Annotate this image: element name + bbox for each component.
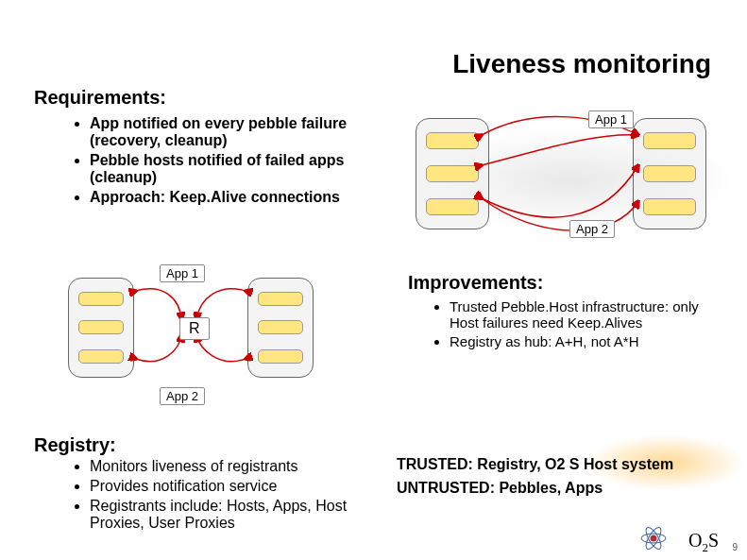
list-item: Pebble hosts notified of failed apps (cl… [90, 152, 373, 186]
list-item: Provides notification service [90, 478, 382, 495]
atom-icon [639, 524, 668, 552]
improvements-heading: Improvements: [408, 272, 543, 294]
diagram-apps-hosts: App 1 App 2 [416, 109, 727, 250]
list-item: App notified on every pebble failure (re… [90, 115, 373, 149]
app2-label: App 2 [160, 387, 205, 405]
brand-text: O2S [688, 530, 719, 555]
app2-label: App 2 [569, 220, 615, 238]
registry-heading: Registry: [34, 434, 116, 456]
app1-label: App 1 [160, 264, 205, 282]
registry-label: R [179, 317, 210, 340]
slide-title: Liveness monitoring [452, 49, 711, 79]
list-item: Approach: Keep.Alive connections [90, 189, 373, 206]
svg-point-3 [651, 535, 657, 542]
diagram-registry: App 1 R App 2 [68, 264, 351, 416]
list-item: Registry as hub: A+H, not A*H [450, 333, 723, 349]
slide-number: 9 [732, 542, 738, 552]
trusted-text: TRUSTED: Registry, O2 S Host system [397, 456, 673, 473]
list-item: Trusted Pebble.Host infrastructure: only… [450, 298, 723, 331]
requirements-list: App notified on every pebble failure (re… [90, 115, 373, 209]
registry-list: Monitors liveness of registrants Provide… [90, 458, 382, 535]
list-item: Monitors liveness of registrants [90, 458, 382, 475]
requirements-heading: Requirements: [34, 87, 166, 109]
app1-label: App 1 [588, 110, 634, 128]
improvements-list: Trusted Pebble.Host infrastructure: only… [450, 298, 723, 352]
untrusted-text: UNTRUSTED: Pebbles, Apps [397, 480, 603, 497]
list-item: Registrants include: Hosts, Apps, Host P… [90, 498, 382, 532]
